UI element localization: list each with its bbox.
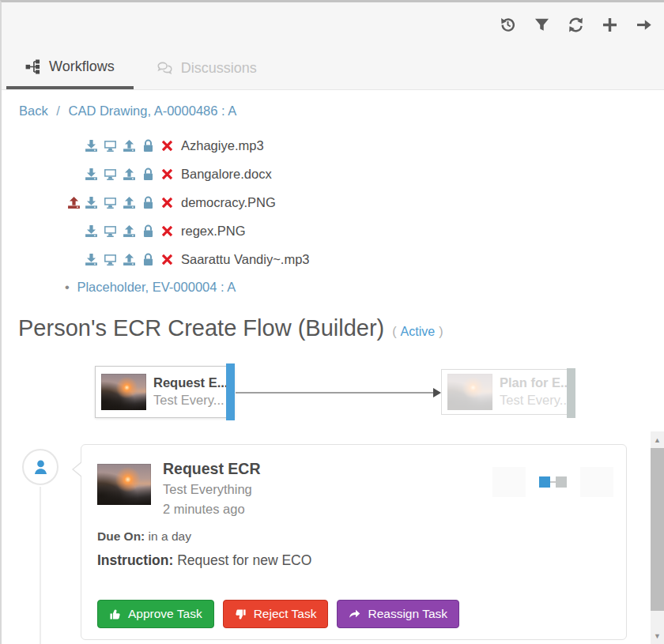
desktop-icon[interactable] xyxy=(104,224,117,238)
desktop-icon[interactable] xyxy=(104,196,117,209)
desktop-icon[interactable] xyxy=(104,168,117,181)
file-row: Azhagiye.mp3 xyxy=(2,131,664,160)
node-connector-line xyxy=(236,392,434,394)
remove-icon[interactable] xyxy=(160,253,174,266)
tabbar: Workflows Discussions xyxy=(2,47,664,90)
forward-arrow-icon xyxy=(349,608,360,620)
avatar xyxy=(22,449,58,485)
breadcrumb: Back / CAD Drawing, A-0000486 : A xyxy=(19,104,664,119)
checkin-icon[interactable] xyxy=(67,196,81,209)
upload-icon[interactable] xyxy=(123,253,136,266)
workflow-node-plan-ecr[interactable]: Plan for E... Test Every... xyxy=(441,369,575,415)
file-name: Bangalore.docx xyxy=(181,167,272,182)
lock-icon[interactable] xyxy=(141,139,155,153)
instruction-value: Request for new ECO xyxy=(177,552,311,568)
workflow-node-request-ecr[interactable]: Request E... Test Every... xyxy=(95,366,235,418)
task-thumbnail xyxy=(97,464,151,505)
reject-task-label: Reject Task xyxy=(254,607,317,621)
task-title: Request ECR xyxy=(163,460,261,478)
mini-step-current xyxy=(539,476,550,488)
desktop-icon[interactable] xyxy=(104,139,117,153)
remove-icon[interactable] xyxy=(160,224,174,238)
upload-icon[interactable] xyxy=(123,168,136,181)
due-label: Due On: xyxy=(97,529,145,543)
due-row: Due On: in a day xyxy=(97,529,610,544)
toolbar xyxy=(2,2,664,47)
remove-icon[interactable] xyxy=(160,139,174,153)
mini-workflow-indicator xyxy=(492,467,613,497)
flow-title-row: Person's ECR Create Flow (Builder) (Acti… xyxy=(18,315,664,341)
node-thumbnail xyxy=(447,374,492,410)
upload-icon[interactable] xyxy=(123,139,136,153)
file-actions xyxy=(85,253,174,266)
history-icon[interactable] xyxy=(500,17,516,33)
task-head-text: Request ECR Test Everything 2 minutes ag… xyxy=(163,459,261,517)
task-section: Request ECR Test Everything 2 minutes ag… xyxy=(2,444,664,644)
page-title: Person's ECR Create Flow (Builder) xyxy=(18,315,384,341)
workflow-diagram: Request E... Test Every... Plan for E...… xyxy=(2,362,664,444)
status-badge: (Active) xyxy=(392,325,443,339)
upload-icon[interactable] xyxy=(123,224,136,238)
scrollbar-thumb[interactable] xyxy=(651,448,664,611)
reassign-task-label: Reassign Task xyxy=(368,607,447,621)
add-icon[interactable] xyxy=(602,17,618,33)
tab-workflows[interactable]: Workflows xyxy=(6,47,134,89)
lock-icon[interactable] xyxy=(141,196,155,209)
tab-workflows-label: Workflows xyxy=(49,58,115,75)
file-row: regex.PNG xyxy=(2,217,664,245)
reject-task-button[interactable]: Reject Task xyxy=(223,600,329,628)
lock-icon[interactable] xyxy=(141,253,155,266)
placeholder-row: • Placeholder, EV-000004 : A xyxy=(65,280,664,295)
node-title: Plan for E... xyxy=(500,375,572,392)
file-row: Bangalore.docx xyxy=(2,160,664,188)
node-subtitle: Test Every... xyxy=(500,392,572,409)
filter-icon[interactable] xyxy=(534,17,550,33)
status-close-paren: ) xyxy=(439,325,443,338)
task-card-header: Request ECR Test Everything 2 minutes ag… xyxy=(97,459,610,517)
connector-arrowhead-icon xyxy=(433,388,441,397)
user-icon xyxy=(32,459,49,476)
breadcrumb-current-link[interactable]: CAD Drawing, A-0000486 : A xyxy=(68,104,236,118)
remove-icon[interactable] xyxy=(160,168,174,181)
timeline-line xyxy=(40,487,41,644)
reassign-task-button[interactable]: Reassign Task xyxy=(337,600,459,628)
file-name: Azhagiye.mp3 xyxy=(181,138,264,153)
refresh-icon[interactable] xyxy=(568,17,584,33)
download-icon[interactable] xyxy=(85,224,98,238)
thumbs-down-icon xyxy=(235,608,247,620)
status-open-paren: ( xyxy=(392,325,396,338)
go-forward-icon[interactable] xyxy=(636,17,652,33)
lock-icon[interactable] xyxy=(141,168,155,181)
scroll-down-arrow-icon[interactable]: ▼ xyxy=(651,630,664,642)
placeholder-link[interactable]: Placeholder, EV-000004 : A xyxy=(77,280,236,294)
node-active-bar xyxy=(226,363,235,420)
download-icon[interactable] xyxy=(85,168,98,181)
download-icon[interactable] xyxy=(85,196,98,209)
lock-icon[interactable] xyxy=(141,224,155,238)
upload-icon[interactable] xyxy=(123,196,136,209)
task-card: Request ECR Test Everything 2 minutes ag… xyxy=(81,444,627,640)
file-list: Azhagiye.mp3 Bangalore.docx democracy.PN… xyxy=(2,131,664,273)
node-thumbnail xyxy=(101,374,146,410)
task-subtitle: Test Everything xyxy=(163,482,261,497)
desktop-icon[interactable] xyxy=(104,253,117,266)
breadcrumb-back-link[interactable]: Back xyxy=(19,104,48,118)
file-actions xyxy=(85,168,174,181)
remove-icon[interactable] xyxy=(160,196,174,209)
node-text: Plan for E... Test Every... xyxy=(500,375,572,409)
download-icon[interactable] xyxy=(85,139,98,153)
thumbs-up-icon xyxy=(109,608,121,620)
bullet: • xyxy=(65,280,70,294)
download-icon[interactable] xyxy=(85,253,98,266)
node-text: Request E... Test Every... xyxy=(153,375,228,409)
scroll-up-arrow-icon[interactable]: ▲ xyxy=(651,434,664,446)
tab-discussions-label: Discussions xyxy=(181,60,257,77)
file-actions xyxy=(85,196,174,209)
tab-discussions[interactable]: Discussions xyxy=(140,47,274,89)
approve-task-button[interactable]: Approve Task xyxy=(97,600,214,628)
due-value: in a day xyxy=(149,529,191,543)
file-actions xyxy=(85,224,174,238)
breadcrumb-separator: / xyxy=(56,104,60,118)
node-title: Request E... xyxy=(153,375,228,392)
vertical-scrollbar[interactable]: ▲ ▼ xyxy=(651,431,664,644)
